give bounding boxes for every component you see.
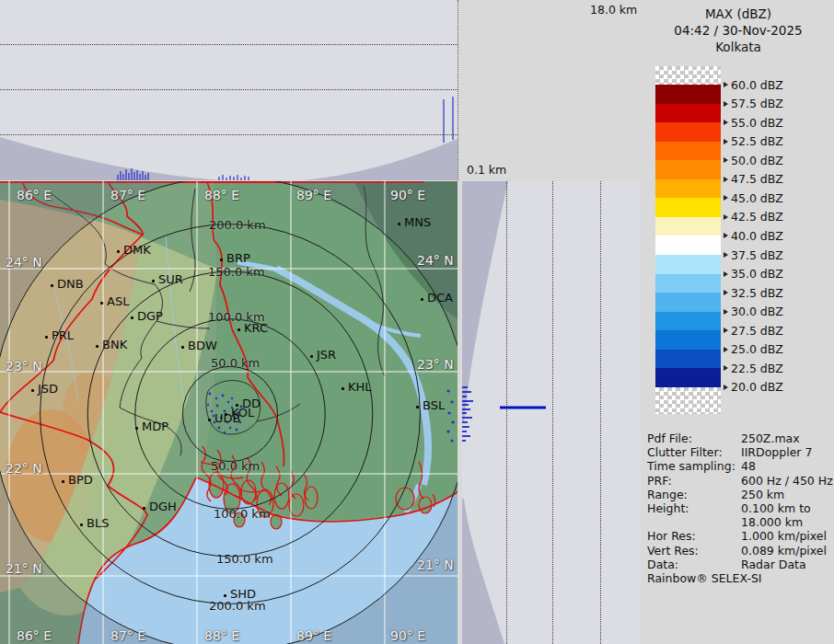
scale-row: 20.0 dBZ	[724, 380, 783, 394]
city-dot	[96, 345, 98, 348]
scale-tick-arrow-icon	[724, 195, 728, 201]
city-dot	[51, 284, 53, 287]
lat-label: 23° N	[417, 357, 454, 372]
scale-value-label: 57.5 dBZ	[731, 97, 783, 110]
lon-label: 86° E	[17, 188, 52, 202]
scale-row: 40.0 dBZ	[724, 229, 783, 243]
lon-label: 86° E	[17, 628, 52, 643]
height-gridline	[0, 44, 458, 45]
scale-tick-arrow-icon	[724, 271, 728, 277]
scale-value-label: 47.5 dBZ	[731, 172, 783, 186]
scale-value-label: 30.0 dBZ	[731, 305, 783, 318]
scale-tick-arrow-icon	[724, 385, 728, 390]
colorbar-band	[655, 350, 721, 369]
scale-value-label: 22.5 dBZ	[731, 362, 783, 375]
info-field-label: Pdf File:	[647, 431, 741, 445]
right-height-panel	[462, 181, 641, 644]
height-gridline	[0, 134, 458, 135]
height-gridline	[600, 181, 601, 644]
colorbar-band	[655, 104, 721, 123]
scale-row: 35.0 dBZ	[724, 267, 783, 281]
city-dot	[62, 480, 64, 483]
height-axis-max-label: 18.0 km	[590, 3, 637, 17]
scale-row: 30.0 dBZ	[724, 305, 783, 318]
station-name: Kolkata	[643, 39, 834, 55]
info-field-value: 250 km	[741, 488, 784, 501]
city-dot	[117, 250, 120, 253]
scale-value-label: 35.0 dBZ	[731, 267, 783, 281]
scale-row: 47.5 dBZ	[724, 172, 783, 186]
city-dot	[208, 419, 211, 421]
info-field-value: Radar Data	[741, 558, 806, 571]
legend-title-block: MAX (dBZ) 04:42 / 30-Nov-2025 Kolkata	[643, 6, 834, 55]
city-dot	[224, 594, 226, 597]
height-axis-min-label: 0.1 km	[467, 163, 506, 177]
city-label: BSL	[423, 398, 445, 412]
scale-row: 52.5 dBZ	[724, 134, 783, 148]
info-field-value: 0.089 km/pixel	[741, 544, 827, 558]
city-label: JSR	[317, 348, 336, 362]
colorbar-band	[655, 179, 721, 199]
scale-tick-arrow-icon	[724, 101, 728, 107]
city-label: MDP	[142, 420, 168, 433]
info-row: Hor Res:1.000 km/pixel	[647, 529, 831, 543]
info-row: Vert Res:0.089 km/pixel	[647, 544, 831, 558]
info-field-label: Hor Res:	[647, 529, 741, 543]
scale-value-label: 42.5 dBZ	[731, 210, 783, 224]
city-dot	[100, 302, 103, 305]
product-timestamp: 04:42 / 30-Nov-2025	[643, 22, 834, 39]
city-label: SUR	[158, 272, 183, 286]
info-field-label	[647, 515, 741, 529]
scale-row: 60.0 dBZ	[724, 78, 783, 92]
ring-distance-label: 200.0 km	[209, 218, 266, 232]
info-field-value: 18.000 km	[741, 515, 803, 529]
info-field-label: Time sampling:	[647, 459, 741, 473]
city-label: BDW	[188, 339, 217, 352]
info-row: Height:0.100 km to	[647, 501, 831, 515]
scale-tick-arrow-icon	[724, 120, 728, 125]
radar-map: 86° E86° E87° E87° E88° E88° E89° E89° E…	[0, 181, 458, 644]
info-field-label: Height:	[647, 501, 741, 515]
product-title: MAX (dBZ)	[643, 6, 834, 22]
info-field-label: Vert Res:	[647, 544, 741, 558]
scale-tick-arrow-icon	[724, 252, 728, 258]
city-label: SHD	[230, 587, 256, 601]
ring-distance-label: 200.0 km	[209, 599, 266, 613]
scale-value-label: 45.0 dBZ	[731, 191, 783, 205]
lat-label: 23° N	[6, 359, 42, 374]
lon-label: 88° E	[204, 628, 239, 643]
legend-panel: MAX (dBZ) 04:42 / 30-Nov-2025 Kolkata 60…	[643, 0, 834, 644]
scale-tick-arrow-icon	[724, 290, 728, 295]
scale-value-label: 52.5 dBZ	[731, 134, 783, 148]
city-dot	[131, 316, 133, 319]
info-field-value: IIRDoppler 7	[741, 445, 812, 459]
city-dot	[152, 280, 155, 282]
city-dot	[398, 223, 400, 225]
city-dot	[45, 336, 48, 339]
info-field-value: 0.100 km to	[741, 501, 811, 515]
scale-tick-arrow-icon	[724, 157, 728, 163]
city-dot	[31, 389, 34, 392]
info-row: Time sampling:48	[647, 459, 831, 473]
colorbar-band	[655, 236, 721, 255]
info-field-label: Range:	[647, 488, 741, 501]
scale-row: 22.5 dBZ	[724, 362, 783, 375]
scale-tick-arrow-icon	[724, 214, 728, 220]
scale-value-label: 50.0 dBZ	[731, 154, 783, 167]
lon-label: 90° E	[390, 628, 425, 643]
city-label: MNS	[404, 215, 431, 229]
colorbar-band	[655, 368, 721, 387]
scale-value-label: 55.0 dBZ	[731, 116, 783, 130]
colorbar-band	[655, 142, 721, 161]
city-label: BRP	[226, 251, 250, 265]
beam-blind-wedge	[304, 139, 458, 180]
scale-value-label: 60.0 dBZ	[731, 78, 783, 92]
lat-label: 21° N	[6, 561, 42, 576]
city-label: DMK	[123, 243, 151, 257]
info-row: Pdf File:250Z.max	[647, 431, 831, 445]
scale-value-label: 27.5 dBZ	[731, 324, 783, 338]
city-dot	[237, 328, 240, 331]
city-label: KRC	[244, 321, 268, 335]
scale-row: 42.5 dBZ	[724, 210, 783, 224]
city-label: DGP	[137, 309, 163, 323]
